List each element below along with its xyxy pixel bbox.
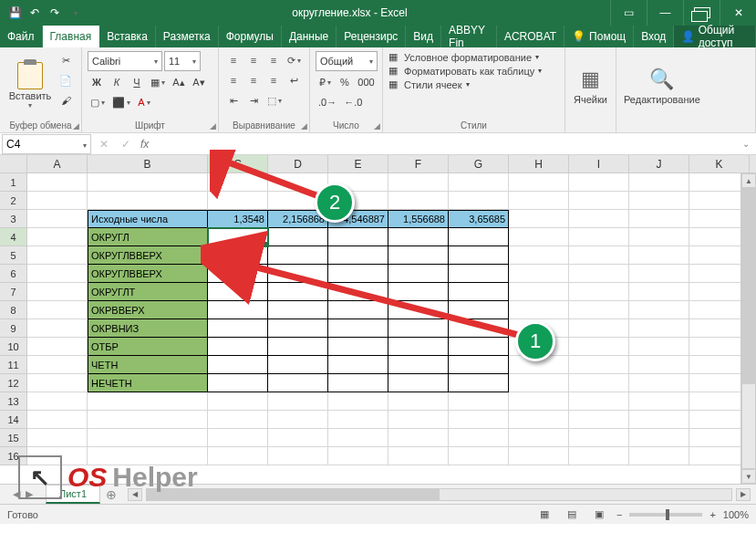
cell[interactable] [509, 210, 569, 228]
page-break-view-icon[interactable]: ▣ [589, 506, 609, 523]
cell[interactable] [449, 228, 509, 246]
cell[interactable] [208, 192, 268, 210]
row-header[interactable]: 5 [0, 246, 27, 265]
col-header[interactable]: F [388, 155, 449, 172]
row-header[interactable]: 11 [0, 356, 27, 374]
cell[interactable]: ЧЕТН [88, 356, 208, 374]
enter-formula-icon[interactable]: ✓ [115, 138, 137, 151]
col-header[interactable]: B [88, 155, 208, 172]
cell[interactable] [27, 356, 88, 374]
cell[interactable] [629, 447, 689, 465]
cell[interactable] [208, 301, 268, 319]
cell[interactable] [268, 283, 328, 301]
cell[interactable] [569, 374, 629, 392]
col-header[interactable]: K [689, 155, 750, 172]
cell[interactable] [569, 338, 629, 356]
row-header[interactable]: 12 [0, 374, 27, 392]
increase-indent-icon[interactable]: ⇥ [244, 91, 263, 110]
row-header[interactable]: 4 [0, 228, 27, 246]
row-header[interactable]: 7 [0, 283, 27, 301]
cell[interactable] [328, 265, 388, 283]
cell[interactable] [268, 246, 328, 265]
cell[interactable] [629, 338, 689, 356]
cell[interactable] [27, 374, 88, 392]
row-header[interactable]: 9 [0, 319, 27, 338]
cell[interactable] [328, 356, 388, 374]
border-button[interactable]: ▦ [148, 73, 168, 91]
save-icon[interactable]: 💾 [7, 5, 22, 20]
align-top-icon[interactable]: ≡ [224, 51, 243, 69]
cell[interactable] [208, 374, 268, 392]
cell[interactable] [569, 283, 629, 301]
cell[interactable] [388, 447, 449, 465]
editing-button[interactable]: 🔍 Редактирование [622, 51, 702, 119]
cell[interactable] [509, 173, 569, 192]
row-header[interactable]: 1 [0, 173, 27, 192]
align-right-icon[interactable]: ≡ [264, 71, 283, 89]
tell-me[interactable]: 💡Помощ [564, 26, 634, 47]
cell[interactable] [629, 429, 689, 447]
cell[interactable] [388, 338, 449, 356]
cell[interactable] [328, 392, 388, 411]
cell[interactable]: Исходные числа [88, 210, 208, 228]
italic-button[interactable]: К [108, 73, 126, 91]
zoom-slider[interactable] [629, 513, 702, 517]
cell[interactable] [388, 356, 449, 374]
cell[interactable] [208, 338, 268, 356]
cells-button[interactable]: ▦ Ячейки [571, 51, 610, 119]
cell[interactable] [569, 210, 629, 228]
cell[interactable]: ОКРУГЛВВЕРХ [88, 265, 208, 283]
tab-acrobat[interactable]: ACROBAT [497, 26, 564, 47]
tab-data[interactable]: Данные [282, 26, 337, 47]
cell[interactable] [27, 265, 88, 283]
cell[interactable] [27, 429, 88, 447]
vertical-scrollbar[interactable]: ▲ ▼ [740, 173, 756, 484]
horizontal-scrollbar[interactable]: ◀ ▶ [122, 485, 756, 504]
cell[interactable] [449, 429, 509, 447]
conditional-formatting-button[interactable]: ▦ Условное форматирование▾ [388, 51, 559, 63]
share-button[interactable]: 👤 Общий доступ [674, 26, 756, 47]
cell[interactable]: ОКРВВЕРХ [88, 301, 208, 319]
cell[interactable] [629, 283, 689, 301]
cell[interactable] [388, 374, 449, 392]
copy-icon[interactable]: 📄 [57, 71, 75, 89]
cell[interactable] [449, 283, 509, 301]
dialog-launcher-icon[interactable]: ◢ [73, 121, 79, 131]
cell[interactable] [509, 411, 569, 429]
cell[interactable] [509, 392, 569, 411]
cut-icon[interactable]: ✂ [57, 51, 75, 69]
cell[interactable] [388, 228, 449, 246]
cell[interactable] [88, 192, 208, 210]
cell[interactable]: 1,556688 [388, 210, 449, 228]
col-header[interactable]: I [569, 155, 629, 172]
cell[interactable] [268, 374, 328, 392]
cell[interactable] [208, 356, 268, 374]
close-button[interactable]: ✕ [720, 0, 756, 26]
cell[interactable] [328, 374, 388, 392]
cell[interactable] [629, 301, 689, 319]
number-format-select[interactable]: Общий [316, 51, 378, 71]
cell[interactable] [208, 173, 268, 192]
cell[interactable] [629, 228, 689, 246]
cell[interactable]: ОКРУГЛВВЕРХ [88, 246, 208, 265]
cell[interactable] [509, 228, 569, 246]
scroll-down-icon[interactable]: ▼ [741, 469, 756, 484]
cell[interactable] [88, 173, 208, 192]
cell[interactable] [509, 301, 569, 319]
cell[interactable] [268, 338, 328, 356]
cell[interactable] [208, 228, 268, 246]
cell[interactable] [509, 374, 569, 392]
cell[interactable]: ОТБР [88, 338, 208, 356]
scroll-right-icon[interactable]: ▶ [736, 488, 751, 501]
wrap-text-icon[interactable]: ↩ [285, 71, 303, 89]
col-header[interactable]: C [208, 155, 268, 172]
ribbon-options-icon[interactable]: ▭ [610, 0, 647, 26]
cell[interactable] [328, 319, 388, 338]
tab-formulas[interactable]: Формулы [219, 26, 282, 47]
cancel-formula-icon[interactable]: ✕ [93, 138, 115, 151]
underline-button[interactable]: Ч [128, 73, 146, 91]
cell[interactable] [388, 411, 449, 429]
col-header[interactable]: G [449, 155, 509, 172]
dialog-launcher-icon[interactable]: ◢ [210, 121, 216, 131]
cell[interactable] [388, 265, 449, 283]
